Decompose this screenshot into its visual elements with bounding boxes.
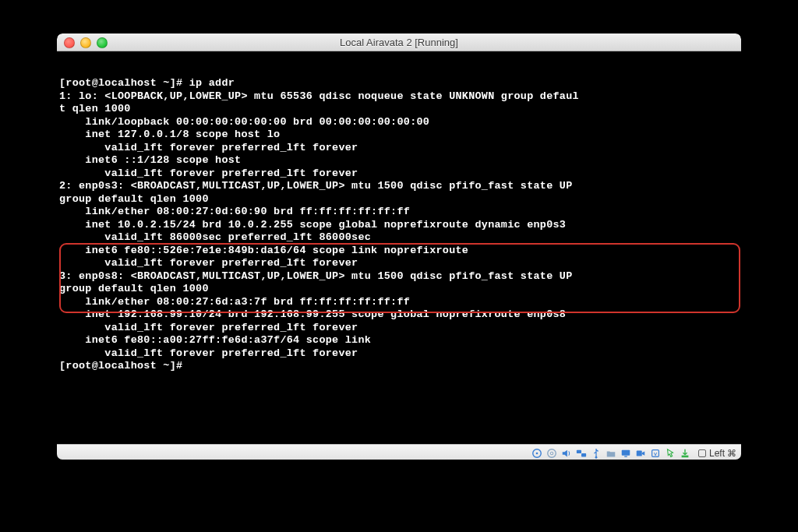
host-key-label: Left (709, 448, 725, 459)
svg-point-3 (550, 452, 553, 455)
terminal-line: inet6 fe80::526e:7e1e:849b:da16/64 scope… (59, 245, 739, 258)
svg-rect-9 (637, 450, 642, 456)
usb-icon[interactable] (590, 447, 602, 460)
recording-icon[interactable] (634, 447, 647, 460)
svg-text:V: V (654, 450, 658, 456)
network-icon[interactable] (575, 447, 588, 460)
terminal-line: link/loopback 00:00:00:00:00:00 brd 00:0… (59, 116, 739, 129)
terminal-output: [root@localhost ~]# ip addr1: lo: <LOOPB… (59, 77, 739, 373)
svg-point-6 (595, 456, 598, 458)
svg-rect-13 (698, 449, 705, 456)
terminal-line: inet 192.168.99.10/24 brd 192.168.99.255… (59, 308, 739, 322)
terminal-line: valid_lft 86000sec preferred_lft 86000se… (59, 231, 739, 245)
terminal-line: 3: enp0s8: <BROADCAST,MULTICAST,UP,LOWER… (59, 270, 739, 284)
terminal-line: valid_lft forever preferred_lft forever (59, 347, 739, 361)
traffic-lights (64, 37, 108, 48)
host-key-indicator[interactable]: Left ⌘ (697, 448, 736, 459)
host-key-symbol: ⌘ (727, 448, 736, 459)
cpu-icon[interactable]: V (649, 447, 662, 460)
terminal-line: link/ether 08:00:27:6d:a3:7f brd ff:ff:f… (59, 296, 739, 309)
svg-rect-7 (622, 449, 630, 455)
mouse-capture-icon[interactable] (664, 447, 676, 460)
terminal-line: [root@localhost ~]# (59, 360, 739, 373)
terminal-line: valid_lft forever preferred_lft forever (59, 167, 739, 181)
svg-rect-12 (682, 455, 689, 457)
title-bar[interactable]: Local Airavata 2 [Running] (57, 33, 741, 51)
close-icon[interactable] (64, 37, 75, 48)
terminal-line: inet 10.0.2.15/24 brd 10.0.2.255 scope g… (59, 219, 739, 232)
terminal-line: link/ether 08:00:27:0d:60:90 brd ff:ff:f… (59, 206, 739, 219)
optical-icon[interactable] (546, 447, 558, 460)
terminal-line: inet6 ::1/128 scope host (59, 154, 739, 167)
terminal-line: inet 127.0.0.1/8 scope host lo (59, 129, 739, 142)
terminal-line: 1: lo: <LOOPBACK,UP,LOWER_UP> mtu 65536 … (59, 90, 739, 104)
svg-point-1 (536, 452, 538, 454)
svg-rect-8 (624, 456, 627, 456)
shared-folder-icon[interactable] (605, 447, 617, 460)
window-title: Local Airavata 2 [Running] (340, 37, 458, 48)
host-key-icon (697, 449, 707, 458)
status-icons: V (531, 447, 691, 460)
vm-window: Local Airavata 2 [Running] [root@localho… (57, 33, 741, 460)
terminal-line: [root@localhost ~]# ip addr (59, 77, 739, 90)
audio-icon[interactable] (560, 447, 573, 460)
zoom-icon[interactable] (97, 37, 108, 48)
terminal-line: inet6 fe80::a00:27ff:fe6d:a37f/64 scope … (59, 334, 739, 347)
svg-rect-4 (577, 449, 581, 453)
terminal-line: group default qlen 1000 (59, 283, 739, 296)
disk-icon[interactable] (531, 447, 543, 460)
terminal[interactable]: [root@localhost ~]# ip addr1: lo: <LOOPB… (57, 51, 741, 444)
status-bar: V Left ⌘ (57, 444, 741, 460)
keyboard-capture-icon[interactable] (679, 447, 691, 460)
minimize-icon[interactable] (80, 37, 91, 48)
terminal-line: valid_lft forever preferred_lft forever (59, 142, 739, 155)
terminal-line: t qlen 1000 (59, 103, 739, 116)
terminal-line: group default qlen 1000 (59, 193, 739, 206)
display-icon[interactable] (620, 447, 632, 460)
svg-point-2 (548, 449, 556, 457)
terminal-line: valid_lft forever preferred_lft forever (59, 257, 739, 270)
terminal-line: valid_lft forever preferred_lft forever (59, 322, 739, 335)
svg-rect-5 (581, 453, 586, 456)
terminal-line: 2: enp0s3: <BROADCAST,MULTICAST,UP,LOWER… (59, 180, 739, 193)
screen: Local Airavata 2 [Running] [root@localho… (0, 0, 798, 532)
